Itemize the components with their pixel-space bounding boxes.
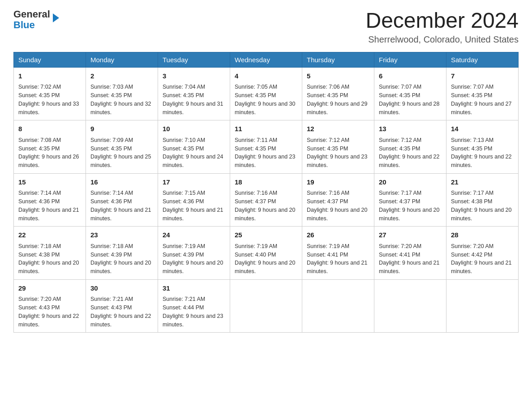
calendar-cell: 23Sunrise: 7:18 AMSunset: 4:39 PMDayligh… xyxy=(86,227,158,280)
calendar-cell: 26Sunrise: 7:19 AMSunset: 4:41 PMDayligh… xyxy=(302,227,374,280)
day-number: 29 xyxy=(18,283,81,294)
sunset-text: Sunset: 4:35 PM xyxy=(451,92,492,98)
sunrise-text: Sunrise: 7:18 AM xyxy=(90,243,133,249)
calendar-cell: 22Sunrise: 7:18 AMSunset: 4:38 PMDayligh… xyxy=(14,227,86,280)
sunrise-text: Sunrise: 7:02 AM xyxy=(18,84,61,90)
sunset-text: Sunset: 4:35 PM xyxy=(379,92,420,98)
day-number: 27 xyxy=(379,230,442,240)
calendar-cell: 16Sunrise: 7:14 AMSunset: 4:36 PMDayligh… xyxy=(86,173,158,227)
sunrise-text: Sunrise: 7:20 AM xyxy=(18,296,61,302)
calendar-cell: 27Sunrise: 7:20 AMSunset: 4:41 PMDayligh… xyxy=(374,227,446,280)
sunrise-text: Sunrise: 7:14 AM xyxy=(90,190,133,196)
day-number: 11 xyxy=(235,124,297,134)
calendar-cell: 6Sunrise: 7:07 AMSunset: 4:35 PMDaylight… xyxy=(374,67,446,120)
sunset-text: Sunset: 4:35 PM xyxy=(307,92,348,98)
day-number: 24 xyxy=(163,230,225,240)
daylight-text: Daylight: 9 hours and 22 minutes. xyxy=(379,154,440,168)
sunset-text: Sunset: 4:36 PM xyxy=(18,198,60,205)
sunset-text: Sunset: 4:38 PM xyxy=(451,198,492,205)
weekday-header-monday: Monday xyxy=(86,52,158,67)
day-number: 6 xyxy=(379,71,442,81)
daylight-text: Daylight: 9 hours and 23 minutes. xyxy=(235,154,296,168)
daylight-text: Daylight: 9 hours and 21 minutes. xyxy=(90,207,151,222)
week-row-2: 8Sunrise: 7:08 AMSunset: 4:35 PMDaylight… xyxy=(14,120,519,174)
daylight-text: Daylight: 9 hours and 22 minutes. xyxy=(18,313,79,328)
sunrise-text: Sunrise: 7:16 AM xyxy=(235,190,277,196)
calendar-cell: 15Sunrise: 7:14 AMSunset: 4:36 PMDayligh… xyxy=(14,173,86,227)
day-number: 23 xyxy=(90,230,153,240)
daylight-text: Daylight: 9 hours and 29 minutes. xyxy=(307,101,368,116)
sunrise-text: Sunrise: 7:14 AM xyxy=(18,190,61,196)
daylight-text: Daylight: 9 hours and 23 minutes. xyxy=(163,313,223,328)
sunrise-text: Sunrise: 7:20 AM xyxy=(379,243,421,249)
daylight-text: Daylight: 9 hours and 26 minutes. xyxy=(18,154,79,168)
sunrise-text: Sunrise: 7:19 AM xyxy=(307,243,349,249)
day-number: 30 xyxy=(90,283,153,294)
calendar-cell xyxy=(302,279,374,333)
sunrise-text: Sunrise: 7:04 AM xyxy=(163,84,205,90)
week-row-3: 15Sunrise: 7:14 AMSunset: 4:36 PMDayligh… xyxy=(14,173,519,227)
sunset-text: Sunset: 4:35 PM xyxy=(307,146,348,152)
weekday-header-friday: Friday xyxy=(374,52,446,67)
day-number: 10 xyxy=(163,124,225,134)
calendar-cell: 8Sunrise: 7:08 AMSunset: 4:35 PMDaylight… xyxy=(14,120,86,174)
daylight-text: Daylight: 9 hours and 21 minutes. xyxy=(163,207,223,222)
day-number: 7 xyxy=(451,71,514,81)
day-number: 20 xyxy=(379,177,442,188)
sunrise-text: Sunrise: 7:06 AM xyxy=(307,84,349,90)
daylight-text: Daylight: 9 hours and 21 minutes. xyxy=(451,260,512,274)
sunset-text: Sunset: 4:41 PM xyxy=(379,252,420,258)
sunrise-text: Sunrise: 7:03 AM xyxy=(90,84,133,90)
day-number: 25 xyxy=(235,230,297,240)
sunset-text: Sunset: 4:35 PM xyxy=(90,146,132,152)
sunrise-text: Sunrise: 7:13 AM xyxy=(451,137,493,143)
day-number: 3 xyxy=(163,71,225,81)
sunrise-text: Sunrise: 7:20 AM xyxy=(451,243,493,249)
day-number: 2 xyxy=(90,71,153,81)
sunrise-text: Sunrise: 7:07 AM xyxy=(379,84,421,90)
day-number: 18 xyxy=(235,177,297,188)
sunset-text: Sunset: 4:44 PM xyxy=(163,304,204,311)
day-number: 26 xyxy=(307,230,369,240)
calendar-cell: 18Sunrise: 7:16 AMSunset: 4:37 PMDayligh… xyxy=(230,173,302,227)
sunset-text: Sunset: 4:39 PM xyxy=(90,252,132,258)
sunset-text: Sunset: 4:35 PM xyxy=(18,146,60,152)
daylight-text: Daylight: 9 hours and 24 minutes. xyxy=(163,154,223,168)
sunrise-text: Sunrise: 7:21 AM xyxy=(163,296,205,302)
sunset-text: Sunset: 4:37 PM xyxy=(379,198,420,205)
sunset-text: Sunset: 4:38 PM xyxy=(18,252,60,258)
daylight-text: Daylight: 9 hours and 20 minutes. xyxy=(163,260,223,274)
day-number: 8 xyxy=(18,124,81,134)
weekday-header-tuesday: Tuesday xyxy=(158,52,230,67)
sunset-text: Sunset: 4:35 PM xyxy=(379,146,420,152)
logo-general-text: General xyxy=(13,9,50,20)
logo-arrow-icon xyxy=(53,13,59,22)
sunrise-text: Sunrise: 7:19 AM xyxy=(163,243,205,249)
daylight-text: Daylight: 9 hours and 20 minutes. xyxy=(451,207,512,222)
sunset-text: Sunset: 4:41 PM xyxy=(307,252,348,258)
day-number: 31 xyxy=(163,283,225,294)
daylight-text: Daylight: 9 hours and 20 minutes. xyxy=(235,207,296,222)
day-number: 17 xyxy=(163,177,225,188)
daylight-text: Daylight: 9 hours and 21 minutes. xyxy=(307,260,368,274)
sunrise-text: Sunrise: 7:09 AM xyxy=(90,137,133,143)
daylight-text: Daylight: 9 hours and 20 minutes. xyxy=(90,260,151,274)
calendar-table: SundayMondayTuesdayWednesdayThursdayFrid… xyxy=(13,52,519,333)
weekday-header-saturday: Saturday xyxy=(446,52,519,67)
calendar-cell: 19Sunrise: 7:16 AMSunset: 4:37 PMDayligh… xyxy=(302,173,374,227)
sunrise-text: Sunrise: 7:16 AM xyxy=(307,190,349,196)
daylight-text: Daylight: 9 hours and 21 minutes. xyxy=(18,207,79,222)
weekday-header-row: SundayMondayTuesdayWednesdayThursdayFrid… xyxy=(14,52,519,67)
sunset-text: Sunset: 4:35 PM xyxy=(18,92,60,98)
sunset-text: Sunset: 4:35 PM xyxy=(90,92,132,98)
daylight-text: Daylight: 9 hours and 20 minutes. xyxy=(307,207,368,222)
calendar-cell: 10Sunrise: 7:10 AMSunset: 4:35 PMDayligh… xyxy=(158,120,230,174)
sunrise-text: Sunrise: 7:17 AM xyxy=(379,190,421,196)
daylight-text: Daylight: 9 hours and 31 minutes. xyxy=(163,101,223,116)
sunset-text: Sunset: 4:35 PM xyxy=(163,92,204,98)
calendar-cell: 4Sunrise: 7:05 AMSunset: 4:35 PMDaylight… xyxy=(230,67,302,120)
calendar-cell: 11Sunrise: 7:11 AMSunset: 4:35 PMDayligh… xyxy=(230,120,302,174)
sunrise-text: Sunrise: 7:10 AM xyxy=(163,137,205,143)
week-row-5: 29Sunrise: 7:20 AMSunset: 4:43 PMDayligh… xyxy=(14,279,519,333)
sunrise-text: Sunrise: 7:08 AM xyxy=(18,137,61,143)
